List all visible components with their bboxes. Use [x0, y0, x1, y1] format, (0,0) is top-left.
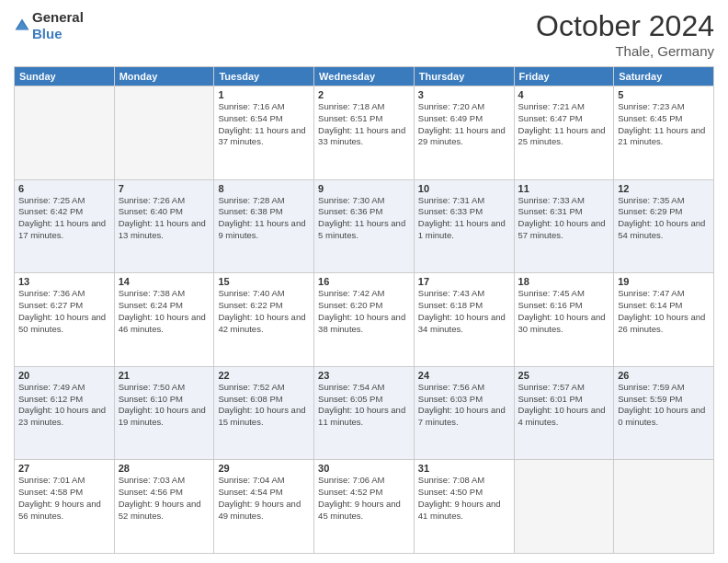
day-cell: 28Sunrise: 7:03 AM Sunset: 4:56 PM Dayli… [114, 460, 214, 554]
day-cell: 9Sunrise: 7:30 AM Sunset: 6:36 PM Daylig… [314, 179, 415, 273]
day-header-wednesday: Wednesday [314, 67, 415, 86]
day-cell: 22Sunrise: 7:52 AM Sunset: 6:08 PM Dayli… [214, 366, 314, 460]
day-info: Sunrise: 7:56 AM Sunset: 6:03 PM Dayligh… [418, 382, 510, 429]
day-number: 18 [518, 276, 610, 287]
day-number: 2 [318, 89, 410, 100]
day-cell: 14Sunrise: 7:38 AM Sunset: 6:24 PM Dayli… [114, 273, 214, 367]
day-number: 5 [618, 89, 710, 100]
day-number: 21 [119, 370, 210, 381]
day-cell: 15Sunrise: 7:40 AM Sunset: 6:22 PM Dayli… [214, 273, 314, 367]
day-cell [614, 460, 714, 554]
day-number: 1 [218, 89, 310, 100]
day-cell: 20Sunrise: 7:49 AM Sunset: 6:12 PM Dayli… [15, 366, 115, 460]
day-cell: 30Sunrise: 7:06 AM Sunset: 4:52 PM Dayli… [314, 460, 415, 554]
day-number: 7 [119, 183, 210, 194]
day-cell: 7Sunrise: 7:26 AM Sunset: 6:40 PM Daylig… [114, 179, 214, 273]
day-cell [514, 460, 614, 554]
day-cell: 26Sunrise: 7:59 AM Sunset: 5:59 PM Dayli… [614, 366, 714, 460]
day-number: 17 [418, 276, 510, 287]
day-info: Sunrise: 7:28 AM Sunset: 6:38 PM Dayligh… [218, 195, 310, 242]
day-info: Sunrise: 7:01 AM Sunset: 4:58 PM Dayligh… [18, 475, 110, 522]
day-number: 3 [418, 89, 510, 100]
day-info: Sunrise: 7:20 AM Sunset: 6:49 PM Dayligh… [418, 101, 510, 148]
day-number: 23 [318, 370, 410, 381]
day-info: Sunrise: 7:59 AM Sunset: 5:59 PM Dayligh… [618, 382, 710, 429]
day-info: Sunrise: 7:36 AM Sunset: 6:27 PM Dayligh… [18, 288, 110, 335]
day-cell: 21Sunrise: 7:50 AM Sunset: 6:10 PM Dayli… [114, 366, 214, 460]
day-number: 9 [318, 183, 410, 194]
week-row-2: 6Sunrise: 7:25 AM Sunset: 6:42 PM Daylig… [15, 179, 714, 273]
day-number: 8 [218, 183, 310, 194]
day-number: 29 [218, 463, 310, 474]
day-number: 16 [318, 276, 410, 287]
calendar: SundayMondayTuesdayWednesdayThursdayFrid… [14, 66, 714, 554]
day-info: Sunrise: 7:54 AM Sunset: 6:05 PM Dayligh… [318, 382, 410, 429]
logo-icon [14, 17, 30, 34]
day-cell: 16Sunrise: 7:42 AM Sunset: 6:20 PM Dayli… [314, 273, 415, 367]
day-info: Sunrise: 7:16 AM Sunset: 6:54 PM Dayligh… [218, 101, 310, 148]
day-cell: 5Sunrise: 7:23 AM Sunset: 6:45 PM Daylig… [614, 86, 714, 180]
day-info: Sunrise: 7:21 AM Sunset: 6:47 PM Dayligh… [518, 101, 610, 148]
day-info: Sunrise: 7:30 AM Sunset: 6:36 PM Dayligh… [318, 195, 410, 242]
day-info: Sunrise: 7:23 AM Sunset: 6:45 PM Dayligh… [618, 101, 710, 148]
day-number: 22 [218, 370, 310, 381]
day-number: 6 [18, 183, 110, 194]
page: General Blue October 2024 Thale, Germany… [0, 0, 728, 563]
logo-text: General Blue [32, 9, 84, 42]
day-info: Sunrise: 7:31 AM Sunset: 6:33 PM Dayligh… [418, 195, 510, 242]
day-number: 19 [618, 276, 710, 287]
day-number: 12 [618, 183, 710, 194]
day-info: Sunrise: 7:47 AM Sunset: 6:14 PM Dayligh… [618, 288, 710, 335]
day-info: Sunrise: 7:42 AM Sunset: 6:20 PM Dayligh… [318, 288, 410, 335]
day-info: Sunrise: 7:25 AM Sunset: 6:42 PM Dayligh… [18, 195, 110, 242]
day-info: Sunrise: 7:26 AM Sunset: 6:40 PM Dayligh… [119, 195, 210, 242]
day-header-sunday: Sunday [15, 67, 115, 86]
day-info: Sunrise: 7:57 AM Sunset: 6:01 PM Dayligh… [518, 382, 610, 429]
day-number: 4 [518, 89, 610, 100]
day-info: Sunrise: 7:33 AM Sunset: 6:31 PM Dayligh… [518, 195, 610, 242]
day-cell: 27Sunrise: 7:01 AM Sunset: 4:58 PM Dayli… [15, 460, 115, 554]
day-header-saturday: Saturday [614, 67, 714, 86]
day-cell: 4Sunrise: 7:21 AM Sunset: 6:47 PM Daylig… [514, 86, 614, 180]
day-info: Sunrise: 7:06 AM Sunset: 4:52 PM Dayligh… [318, 475, 410, 522]
day-number: 27 [18, 463, 110, 474]
header-row: SundayMondayTuesdayWednesdayThursdayFrid… [15, 67, 714, 86]
day-number: 31 [418, 463, 510, 474]
day-number: 13 [18, 276, 110, 287]
day-info: Sunrise: 7:45 AM Sunset: 6:16 PM Dayligh… [518, 288, 610, 335]
week-row-5: 27Sunrise: 7:01 AM Sunset: 4:58 PM Dayli… [15, 460, 714, 554]
day-number: 30 [318, 463, 410, 474]
day-cell: 8Sunrise: 7:28 AM Sunset: 6:38 PM Daylig… [214, 179, 314, 273]
month-title: October 2024 [536, 9, 714, 43]
day-cell: 3Sunrise: 7:20 AM Sunset: 6:49 PM Daylig… [414, 86, 514, 180]
day-cell: 24Sunrise: 7:56 AM Sunset: 6:03 PM Dayli… [414, 366, 514, 460]
day-info: Sunrise: 7:03 AM Sunset: 4:56 PM Dayligh… [119, 475, 210, 522]
day-cell: 25Sunrise: 7:57 AM Sunset: 6:01 PM Dayli… [514, 366, 614, 460]
day-cell: 19Sunrise: 7:47 AM Sunset: 6:14 PM Dayli… [614, 273, 714, 367]
day-number: 24 [418, 370, 510, 381]
day-info: Sunrise: 7:40 AM Sunset: 6:22 PM Dayligh… [218, 288, 310, 335]
day-info: Sunrise: 7:18 AM Sunset: 6:51 PM Dayligh… [318, 101, 410, 148]
day-cell: 18Sunrise: 7:45 AM Sunset: 6:16 PM Dayli… [514, 273, 614, 367]
day-cell: 31Sunrise: 7:08 AM Sunset: 4:50 PM Dayli… [414, 460, 514, 554]
day-number: 26 [618, 370, 710, 381]
day-cell [15, 86, 115, 180]
day-number: 10 [418, 183, 510, 194]
week-row-1: 1Sunrise: 7:16 AM Sunset: 6:54 PM Daylig… [15, 86, 714, 180]
week-row-4: 20Sunrise: 7:49 AM Sunset: 6:12 PM Dayli… [15, 366, 714, 460]
day-header-monday: Monday [114, 67, 214, 86]
day-number: 15 [218, 276, 310, 287]
location-title: Thale, Germany [536, 43, 714, 59]
header: General Blue October 2024 Thale, Germany [14, 9, 714, 59]
day-info: Sunrise: 7:52 AM Sunset: 6:08 PM Dayligh… [218, 382, 310, 429]
logo-general: General [32, 9, 84, 25]
day-info: Sunrise: 7:35 AM Sunset: 6:29 PM Dayligh… [618, 195, 710, 242]
day-cell [114, 86, 214, 180]
day-number: 25 [518, 370, 610, 381]
day-cell: 6Sunrise: 7:25 AM Sunset: 6:42 PM Daylig… [15, 179, 115, 273]
day-info: Sunrise: 7:43 AM Sunset: 6:18 PM Dayligh… [418, 288, 510, 335]
day-cell: 17Sunrise: 7:43 AM Sunset: 6:18 PM Dayli… [414, 273, 514, 367]
day-number: 14 [119, 276, 210, 287]
logo-blue: Blue [32, 26, 63, 41]
day-info: Sunrise: 7:04 AM Sunset: 4:54 PM Dayligh… [218, 475, 310, 522]
